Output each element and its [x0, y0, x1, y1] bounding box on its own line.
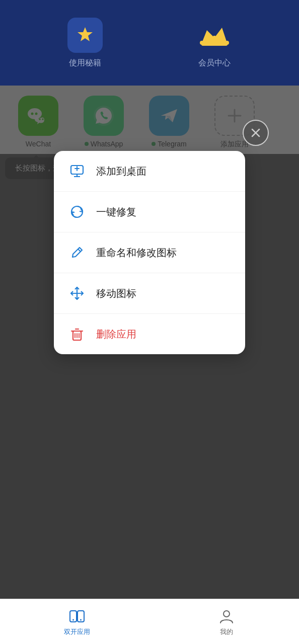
menu-item-delete[interactable]: 删除应用	[54, 314, 245, 354]
svg-point-4	[200, 41, 204, 45]
menu-label-move: 移动图标	[96, 287, 136, 300]
svg-point-6	[225, 41, 229, 45]
vip-label: 会员中心	[198, 58, 231, 68]
menu-item-repair[interactable]: 一键修复	[54, 192, 245, 232]
svg-line-23	[78, 249, 81, 252]
secrets-icon	[67, 18, 103, 53]
header: 使用秘籍 会员中心	[0, 0, 299, 86]
nav-item-dual-app[interactable]: 双开应用	[64, 607, 90, 636]
svg-point-35	[80, 619, 82, 620]
context-menu: 添加到桌面 一键修复 重命名和修改图标	[54, 151, 245, 354]
dual-app-label: 双开应用	[64, 627, 90, 636]
desktop-icon	[68, 162, 86, 180]
menu-item-move[interactable]: 移动图标	[54, 273, 245, 314]
mine-nav-icon	[217, 607, 236, 625]
svg-point-36	[223, 611, 230, 617]
menu-label-rename: 重命名和修改图标	[96, 246, 177, 260]
mine-label: 我的	[220, 627, 233, 636]
menu-label-add-desktop: 添加到桌面	[96, 165, 146, 178]
secrets-label: 使用秘籍	[69, 58, 101, 68]
repair-icon	[68, 203, 86, 221]
svg-rect-3	[201, 43, 228, 46]
bottom-nav: 双开应用 我的	[0, 599, 299, 644]
svg-marker-2	[202, 28, 227, 43]
menu-label-delete: 删除应用	[96, 328, 136, 341]
svg-point-5	[212, 36, 216, 40]
menu-label-repair: 一键修复	[96, 205, 136, 219]
nav-item-mine[interactable]: 我的	[217, 607, 236, 636]
edit-icon	[68, 244, 86, 262]
trash-icon	[68, 325, 86, 343]
close-button[interactable]	[243, 120, 269, 146]
move-icon	[68, 284, 86, 302]
vip-icon	[197, 18, 232, 53]
menu-item-add-desktop[interactable]: 添加到桌面	[54, 151, 245, 192]
header-item-vip[interactable]: 会员中心	[197, 18, 232, 68]
menu-item-rename[interactable]: 重命名和修改图标	[54, 232, 245, 273]
svg-point-34	[72, 619, 74, 620]
header-item-secrets[interactable]: 使用秘籍	[67, 18, 103, 68]
dual-app-nav-icon	[68, 607, 86, 625]
